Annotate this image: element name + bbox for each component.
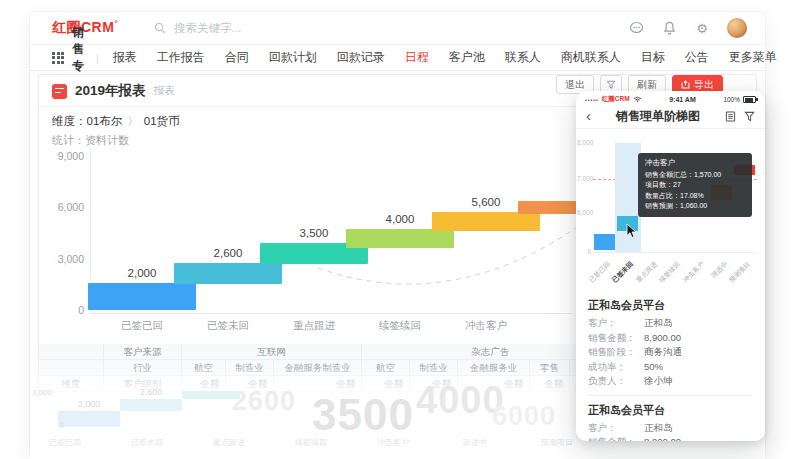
phone-x-label-跟进中[interactable]: 跟进中 [709,260,729,280]
nav-divider: | [96,52,99,64]
field-value: 50% [644,360,663,375]
phone-ytick: 0 [577,248,591,255]
chart-bar-冲击客户[interactable] [432,212,540,231]
phone-status-bar: ••••• 红圈CRM 9:41 AM 100% [576,91,765,105]
phone-header: ‹ 销售理单阶梯图 [576,105,765,129]
chart-bar-续签续回[interactable] [346,229,454,248]
industry-col-3: 航空 [362,360,410,376]
phone-x-label-续签续回[interactable]: 续签续回 [658,260,683,285]
brand-logo[interactable]: 红圈CRM° [52,19,118,37]
nav-items: 报表工作报告合同回款计划回款记录日程客户池联系人商机联系人目标公告更多菜单 [113,49,777,66]
logo-sup: ° [114,19,118,28]
signal-dots-icon: ••••• [585,97,599,103]
industry-col-1: 制造业 [226,360,274,376]
field-label: 销售金额： [588,331,644,346]
group-header-互联网: 互联网 [182,344,362,360]
record-title: 正和岛会员平台 [588,403,753,418]
global-search[interactable]: 搜索关键字... [152,20,241,36]
stat-filter[interactable]: 统计：资料计数 [52,133,129,148]
x-axis-label: 已签已回 [100,319,184,333]
field-value: 正和岛 [644,316,673,331]
carrier-label: 红圈CRM [602,95,630,104]
report-title-row: 2019年报表 报表 [52,82,175,100]
stub-blank [39,360,104,376]
phone-ytick: 8,000 [577,139,591,146]
nav-item-联系人[interactable]: 联系人 [505,49,541,66]
ghost-number: 3500 [312,390,414,440]
nav-item-公告[interactable]: 公告 [685,49,709,66]
tooltip-row: 销售金额汇总：1,570.00 [645,170,745,181]
nav-item-更多菜单[interactable]: 更多菜单 [729,49,777,66]
phone-filter-icon[interactable] [744,111,755,122]
amount-col-0: 金额 [182,376,226,392]
nav-item-日程[interactable]: 日程 [405,49,429,66]
industry-col-4: 制造业 [410,360,458,376]
nav-item-目标[interactable]: 目标 [641,49,665,66]
corner-source: 客户来源 [104,344,182,360]
field-value: 商务沟通 [644,345,682,360]
phone-panel: ••••• 红圈CRM 9:41 AM 100% ‹ 销售理单阶梯图 06,00… [576,91,765,441]
field-value: 徐小坤 [644,374,673,389]
record-field-row: 销售金额：8,900.00 [588,331,753,346]
nav-item-合同[interactable]: 合同 [225,49,249,66]
funnel-icon [606,80,616,90]
ghost-x-label: 已签已回 [30,437,100,448]
ghost-ytick: 0 [36,421,64,430]
industry-col-6: 零售 [530,360,570,376]
user-avatar[interactable] [727,18,747,38]
record-field-row: 成功率：50% [588,360,753,375]
field-value: 8,900.00 [644,331,681,346]
ghost-x-label: 跟进中 [440,437,510,448]
list-view-icon[interactable] [725,111,736,122]
record-field-row: 负责人：徐小坤 [588,374,753,389]
phone-ytick: 6,000 [577,209,591,216]
phone-x-label-已签已回[interactable]: 已签已回 [588,260,613,285]
nav-item-商机联系人[interactable]: 商机联系人 [561,49,621,66]
tooltip-row: 项目数：27 [645,180,745,191]
chart-bar-已签已回[interactable] [88,283,196,310]
chart-bar-已签未回[interactable] [174,263,282,284]
ghost-x-label: 重点跟进 [194,437,264,448]
nav-item-工作报告[interactable]: 工作报告 [157,49,205,66]
record-title: 正和岛会员平台 [588,298,753,313]
apps-grid-icon[interactable] [52,52,64,64]
industry-col-5: 金融服务业 [458,360,530,376]
tooltip-title: 冲击客户 [645,158,745,169]
ghost-ytick: 3,000 [24,388,52,397]
dimension-filter[interactable]: 维度：01布尔〉01货币 [52,114,180,129]
ghost-bar-label: 2,600 [120,387,182,397]
nav-item-客户池[interactable]: 客户池 [449,49,485,66]
ghost-number: 2600 [232,386,296,417]
corner-blank [39,344,104,360]
messages-icon[interactable] [628,20,644,36]
settings-gear-icon[interactable]: ⚙ [694,20,710,36]
battery-label: 100% [723,96,740,103]
report-icon [52,84,67,99]
top-bar: 红圈CRM° 搜索关键字... ⚙ [30,12,765,45]
notifications-bell-icon[interactable] [661,20,677,36]
field-label: 销售阶段： [588,345,644,360]
phone-x-label-预测项目[interactable]: 预测项目 [728,260,753,285]
field-value: 8,900.00 [644,435,681,441]
screen: 红圈CRM° 搜索关键字... ⚙ 销售专享 | 报表工作报告合同回款计划回款记… [0,0,792,459]
x-axis-label: 冲击客户 [444,319,528,333]
y-axis-tick: 6,000 [50,201,84,213]
nav-item-报表[interactable]: 报表 [113,49,137,66]
x-axis-line [90,313,572,314]
record-field-row: 客户：正和岛 [588,421,753,436]
record-card[interactable]: 正和岛会员平台客户：正和岛销售金额：8,900.00销售阶段：商务沟通成功率：5… [588,298,753,389]
y-axis-tick: 3,000 [50,253,84,265]
phone-chart-bar[interactable] [594,234,615,250]
clock-label: 9:41 AM [642,96,724,103]
nav-item-回款计划[interactable]: 回款计划 [269,49,317,66]
phone-x-label-冲击客户[interactable]: 冲击客户 [681,260,706,285]
chart-tooltip: 冲击客户销售金额汇总：1,570.00项目数：27数量占比：17.08%销售预测… [638,153,752,217]
phone-x-label-重点跟进[interactable]: 重点跟进 [634,260,659,285]
nav-item-回款记录[interactable]: 回款记录 [337,49,385,66]
record-card[interactable]: 正和岛会员平台客户：正和岛销售金额：8,900.00 [588,403,753,442]
topbar-actions: ⚙ [628,18,747,38]
phone-x-label-已签未回[interactable]: 已签未回 [611,260,636,285]
mouse-cursor [626,224,638,239]
tooltip-row: 数量占比：17.08% [645,191,745,202]
search-icon [152,20,168,36]
